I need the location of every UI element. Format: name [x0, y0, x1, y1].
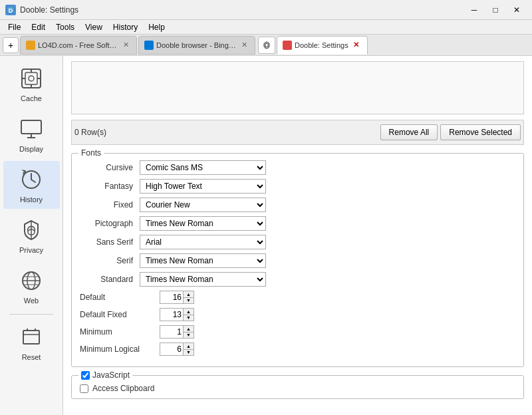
display-icon: [18, 116, 45, 142]
app-icon: D: [5, 5, 16, 15]
font-row-fixed: Fixed Courier New: [80, 198, 515, 212]
menu-help[interactable]: Help: [143, 21, 170, 33]
spinner-down-default-fixed[interactable]: ▼: [184, 315, 194, 321]
font-select-serif[interactable]: Times New Roman: [140, 253, 266, 268]
svg-point-5: [29, 76, 34, 81]
row-count: 0 Row(s): [74, 128, 106, 137]
tab-settings-gear[interactable]: [258, 37, 275, 54]
fonts-legend: Fonts: [78, 148, 104, 158]
sidebar-item-history[interactable]: History: [3, 161, 60, 209]
number-label-default-fixed: Default Fixed: [80, 310, 160, 319]
new-tab-button[interactable]: +: [3, 37, 19, 53]
maximize-button[interactable]: □: [485, 3, 505, 17]
svg-rect-10: [21, 120, 41, 134]
font-select-standard[interactable]: Times New Roman: [140, 272, 266, 287]
remove-all-button[interactable]: Remove All: [380, 124, 438, 140]
font-row-standard: Standard Times New Roman: [80, 272, 515, 287]
font-select-fixed[interactable]: Courier New: [140, 198, 266, 212]
sidebar-cache-label: Cache: [21, 94, 42, 102]
sidebar-item-privacy[interactable]: Privacy: [3, 211, 60, 259]
gear-icon: [262, 41, 271, 50]
javascript-enable-checkbox[interactable]: [81, 371, 90, 380]
access-clipboard-text: Access Clipboard: [92, 384, 154, 393]
menu-tools[interactable]: Tools: [51, 21, 80, 33]
font-label-fixed: Fixed: [80, 200, 140, 209]
access-clipboard-label[interactable]: Access Clipboard: [80, 384, 515, 393]
history-table-area: [71, 61, 524, 114]
font-label-serif: Serif: [80, 256, 140, 265]
js-legend-label: JavaScript: [92, 370, 130, 380]
spinner-down-minimum-logical[interactable]: ▼: [184, 349, 194, 356]
sidebar-item-web[interactable]: Web: [3, 262, 60, 310]
sidebar-web-label: Web: [24, 297, 39, 305]
number-row-default: Default ▲ ▼: [80, 291, 515, 304]
remove-selected-button[interactable]: Remove Selected: [440, 124, 521, 140]
tab-label-lo4d: LO4D.com - Free Software Do...: [38, 41, 118, 49]
tab-settings[interactable]: Dooble: Settings ✕: [277, 36, 368, 55]
menu-history[interactable]: History: [108, 21, 143, 33]
font-select-pictograph[interactable]: Times New Roman: [140, 216, 266, 231]
svg-rect-20: [23, 331, 39, 344]
font-row-serif: Serif Times New Roman: [80, 253, 515, 268]
number-row-minimum: Minimum ▲ ▼: [80, 325, 515, 339]
number-wrap-minimum: ▲ ▼: [160, 325, 194, 339]
spinner-up-minimum-logical[interactable]: ▲: [184, 343, 194, 349]
js-legend: JavaScript: [78, 370, 132, 380]
menu-file[interactable]: File: [3, 21, 26, 33]
tab-lo4d[interactable]: LO4D.com - Free Software Do... ✕: [20, 36, 137, 55]
menu-edit[interactable]: Edit: [26, 21, 51, 33]
sidebar-privacy-label: Privacy: [19, 246, 43, 254]
font-row-sans-serif: Sans Serif Arial: [80, 235, 515, 249]
number-input-minimum-logical[interactable]: [160, 343, 183, 355]
tab-favicon-lo4d: [26, 41, 35, 50]
font-label-sans-serif: Sans Serif: [80, 237, 140, 247]
tab-bing[interactable]: Dooble browser - Bing - Dooble ✕: [138, 36, 255, 55]
font-label-fantasy: Fantasy: [80, 182, 140, 191]
svg-rect-4: [25, 72, 37, 84]
tab-bar: + LO4D.com - Free Software Do... ✕ Doobl…: [0, 35, 532, 56]
number-label-minimum: Minimum: [80, 327, 160, 337]
number-wrap-default: ▲ ▼: [160, 291, 194, 304]
font-select-cursive[interactable]: Comic Sans MS: [140, 160, 266, 175]
number-input-default-fixed[interactable]: [160, 309, 183, 321]
sidebar-divider: [9, 314, 53, 315]
menu-view[interactable]: View: [80, 21, 108, 33]
minimize-button[interactable]: ─: [464, 3, 484, 17]
number-row-minimum-logical: Minimum Logical ▲ ▼: [80, 343, 515, 356]
font-label-pictograph: Pictograph: [80, 219, 140, 228]
font-select-fantasy[interactable]: High Tower Text: [140, 179, 266, 194]
tab-favicon-settings: [283, 41, 292, 50]
javascript-section: JavaScript Access Clipboard: [71, 375, 524, 399]
spinner-down-minimum[interactable]: ▼: [184, 332, 194, 339]
title-bar: D Dooble: Settings ─ □ ✕: [0, 0, 532, 20]
spinner-down-default[interactable]: ▼: [184, 297, 194, 304]
tab-close-bing[interactable]: ✕: [239, 40, 249, 51]
sidebar-display-label: Display: [19, 145, 43, 153]
main-layout: Cache Display His: [0, 56, 532, 415]
spinners-default-fixed: ▲ ▼: [183, 309, 194, 321]
close-button[interactable]: ✕: [507, 3, 527, 17]
number-input-default[interactable]: [160, 291, 183, 303]
number-input-minimum[interactable]: [160, 326, 183, 338]
cache-icon: [18, 65, 45, 92]
sidebar-reset-label: Reset: [22, 353, 41, 361]
spinner-up-minimum[interactable]: ▲: [184, 326, 194, 332]
row-status-bar: 0 Row(s) Remove All Remove Selected: [71, 120, 524, 145]
sidebar-item-display[interactable]: Display: [3, 110, 60, 158]
font-row-fantasy: Fantasy High Tower Text: [80, 179, 515, 194]
sidebar-item-cache[interactable]: Cache: [3, 60, 60, 108]
tab-close-lo4d[interactable]: ✕: [120, 40, 131, 51]
privacy-icon: [18, 217, 45, 243]
font-select-sans-serif[interactable]: Arial: [140, 235, 266, 249]
sidebar-item-reset[interactable]: Reset: [3, 319, 60, 366]
history-icon: [18, 166, 45, 193]
spinner-up-default[interactable]: ▲: [184, 291, 194, 297]
tab-close-settings[interactable]: ✕: [351, 40, 362, 51]
access-clipboard-checkbox[interactable]: [80, 384, 88, 393]
spinner-up-default-fixed[interactable]: ▲: [184, 309, 194, 315]
spinners-default: ▲ ▼: [183, 291, 194, 303]
svg-point-2: [265, 43, 269, 47]
content-area: 0 Row(s) Remove All Remove Selected Font…: [63, 56, 532, 415]
window-title: Dooble: Settings: [20, 5, 78, 15]
svg-text:D: D: [9, 7, 13, 14]
